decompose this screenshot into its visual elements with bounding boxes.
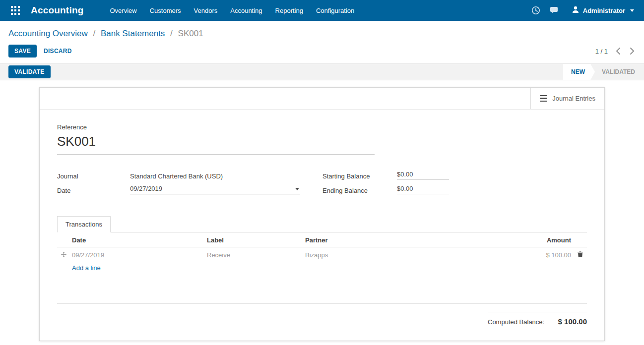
breadcrumb: Accounting Overview / Bank Statements / … <box>0 21 644 41</box>
field-group-left: Journal Standard Chartered Bank (USD) Da… <box>57 170 300 198</box>
state-validated[interactable]: VALIDATED <box>595 64 644 80</box>
reference-field[interactable]: SK001 <box>57 134 375 155</box>
ending-balance-row: Ending Balance $0.00 <box>322 184 471 194</box>
control-panel-buttons: SAVE DISCARD 1 / 1 <box>0 41 644 63</box>
menu-accounting[interactable]: Accounting <box>224 0 268 21</box>
state-new[interactable]: NEW <box>563 64 595 80</box>
bank-statement-sheet: Journal Entries Reference SK001 Journal … <box>39 87 605 341</box>
discard-button[interactable]: DISCARD <box>44 48 72 55</box>
journal-entries-label: Journal Entries <box>552 95 595 102</box>
breadcrumb-current: SK001 <box>178 29 203 38</box>
journal-row: Journal Standard Chartered Bank (USD) <box>57 170 300 180</box>
table-row[interactable]: 09/27/2019 Receive Bizapps $ 100.00 <box>57 247 587 263</box>
form-view: Journal Entries Reference SK001 Journal … <box>0 87 644 341</box>
app-title[interactable]: Accounting <box>31 5 84 16</box>
sheet-body: Reference SK001 Journal Standard Charter… <box>40 110 604 341</box>
add-a-line-link[interactable]: Add a line <box>72 264 101 272</box>
row-date[interactable]: 09/27/2019 <box>70 247 205 263</box>
statusbar-states: NEW VALIDATED <box>563 64 644 80</box>
breadcrumb-separator: / <box>93 29 95 38</box>
pager: 1 / 1 <box>595 47 636 56</box>
journal-field[interactable]: Standard Chartered Bank (USD) <box>130 172 223 180</box>
computed-balance: Computed Balance: $ 100.00 <box>488 312 587 326</box>
drag-handle-icon[interactable] <box>57 247 70 263</box>
row-partner[interactable]: Bizapps <box>303 247 499 263</box>
field-groups: Journal Standard Chartered Bank (USD) Da… <box>57 170 587 198</box>
user-name: Administrator <box>583 7 625 14</box>
breadcrumb-bank-statements[interactable]: Bank Statements <box>101 29 165 38</box>
statusbar: VALIDATE NEW VALIDATED <box>0 63 644 80</box>
starting-balance-field[interactable]: $0.00 <box>397 171 449 180</box>
sheet-header: Journal Entries <box>40 88 604 110</box>
journal-entries-button[interactable]: Journal Entries <box>530 88 604 109</box>
messages-chat-icon[interactable] <box>546 0 563 21</box>
notebook: Transactions Date Label Partner Amount <box>57 216 587 272</box>
list-icon <box>540 95 547 102</box>
navbar-right: Administrator <box>527 0 637 21</box>
reference-label: Reference <box>57 123 587 131</box>
menu-configuration[interactable]: Configuration <box>310 0 361 21</box>
date-field[interactable]: 09/27/2019 <box>130 185 300 194</box>
field-group-right: Starting Balance $0.00 Ending Balance $0… <box>322 170 471 198</box>
ending-balance-field[interactable]: $0.00 <box>397 185 449 194</box>
menu-overview[interactable]: Overview <box>104 0 143 21</box>
starting-balance-label: Starting Balance <box>322 172 397 180</box>
pager-previous-icon[interactable] <box>615 47 622 56</box>
handle-column-header <box>57 232 70 247</box>
tab-transactions[interactable]: Transactions <box>57 216 111 232</box>
main-menu: Overview Customers Vendors Accounting Re… <box>104 0 361 21</box>
breadcrumb-accounting-overview[interactable]: Accounting Overview <box>8 29 88 38</box>
column-header-label[interactable]: Label <box>205 232 303 247</box>
trash-column-header <box>573 232 587 247</box>
datepicker-caret-icon <box>295 188 299 190</box>
menu-customers[interactable]: Customers <box>143 0 188 21</box>
top-navbar: Accounting Overview Customers Vendors Ac… <box>0 0 644 21</box>
ending-balance-label: Ending Balance <box>322 187 397 194</box>
computed-balance-value: $ 100.00 <box>558 317 587 326</box>
table-header-row: Date Label Partner Amount <box>57 232 587 247</box>
column-header-amount[interactable]: Amount <box>499 232 573 247</box>
date-row: Date 09/27/2019 <box>57 184 300 194</box>
computed-balance-label: Computed Balance: <box>488 318 544 326</box>
pager-next-icon[interactable] <box>629 47 636 56</box>
sheet-footer: Computed Balance: $ 100.00 <box>57 303 587 326</box>
delete-row-trash-icon[interactable] <box>573 247 587 263</box>
pager-count: 1 / 1 <box>595 48 608 55</box>
apps-grid-icon[interactable] <box>7 0 24 21</box>
breadcrumb-separator: / <box>170 29 173 38</box>
add-a-line: Add a line <box>57 264 587 272</box>
validate-button[interactable]: VALIDATE <box>8 65 51 78</box>
menu-reporting[interactable]: Reporting <box>269 0 310 21</box>
activities-clock-icon[interactable] <box>527 0 544 21</box>
column-header-partner[interactable]: Partner <box>303 232 499 247</box>
transactions-table: Date Label Partner Amount 09/27/20 <box>57 232 587 262</box>
menu-vendors[interactable]: Vendors <box>188 0 224 21</box>
starting-balance-row: Starting Balance $0.00 <box>322 170 471 180</box>
journal-label: Journal <box>57 172 130 180</box>
user-icon <box>572 6 579 15</box>
chevron-down-icon <box>630 9 634 12</box>
row-amount[interactable]: $ 100.00 <box>499 247 573 263</box>
column-header-date[interactable]: Date <box>70 232 205 247</box>
tab-bar: Transactions <box>57 216 587 232</box>
user-menu[interactable]: Administrator <box>565 0 637 21</box>
date-label: Date <box>57 187 130 194</box>
row-label[interactable]: Receive <box>205 247 303 263</box>
save-button[interactable]: SAVE <box>8 45 37 58</box>
